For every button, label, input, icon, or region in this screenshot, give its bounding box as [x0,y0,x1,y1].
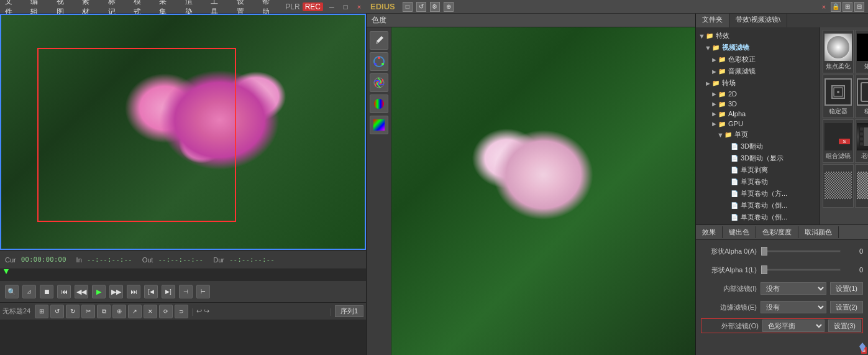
tree-item-3[interactable]: ► 📁 音频滤镜 [696,65,820,77]
edge-filter-label: 边缘滤镜(E) [701,303,757,312]
btn-prev-frame[interactable]: ◀◀ [75,285,88,298]
effect-group-filter[interactable]: S 组合滤镜 [823,119,854,163]
tab-effects-path[interactable]: 带效\视频滤镜\ [729,14,787,27]
effect-old-movie-1[interactable]: 老电影 [855,119,868,163]
tab-cancel-color[interactable]: 取消颜色 [798,226,839,238]
tab-key-color[interactable]: 键出色 [723,226,756,238]
tree-item-8[interactable]: ► 📁 GPU [696,119,820,129]
effect-noise-1[interactable] [823,164,854,208]
tree-item-14[interactable]: ► 📄 单页卷动（方... [696,188,820,200]
file-tree[interactable]: ▼ 📁 特效 ▼ 📁 视频滤镜 ► 📁 色彩校正 [696,27,820,224]
timeline-marker[interactable] [4,269,9,274]
tab-effect[interactable]: 效果 [696,226,723,238]
hue-rotate-tool[interactable] [370,95,388,113]
tree-item-9[interactable]: ▼ 📁 单页 [696,129,820,141]
timecode-bar: Cur 00:00:00:00 In --:--:--:-- Out --:--… [0,250,366,269]
tree-item-6[interactable]: ► 📁 3D [696,99,820,109]
tree-item-15[interactable]: ► 📄 单页卷动（倒... [696,200,820,211]
color-wheel-tool[interactable] [370,52,388,71]
tree-item-13[interactable]: ► 📄 单页卷动 [696,176,820,188]
btn-mark-out[interactable]: ▶] [162,285,175,298]
effect-stabilize2[interactable]: 稳定 [855,75,868,118]
edius-icon-3[interactable]: ⚙ [430,2,440,12]
edius-title: EDIUS [370,2,395,11]
btn-scale[interactable]: ✕ [144,305,157,318]
btn-cut[interactable]: ✂ [81,305,95,318]
btn-rewind-start[interactable]: ⏮ [57,285,71,298]
curves-tool[interactable] [370,73,388,92]
edius-icon-1[interactable]: □ [403,2,413,12]
tree-item-1[interactable]: ▼ 📁 视频滤镜 [696,42,820,53]
tree-item-11[interactable]: ► 📄 3D翻动（显示 [696,152,820,164]
btn-forward-end[interactable]: ⏭ [127,285,140,298]
edius-win-close[interactable]: × [819,2,829,12]
tree-item-10[interactable]: ► 📄 3D翻动 [696,141,820,152]
folder-icon-4: 📁 [712,80,721,86]
effect-stabilizer[interactable]: 稳定器 [823,75,854,118]
edius-icon-lock[interactable]: 🔒 [831,2,841,12]
tree-item-12[interactable]: ► 📄 单页剥离 [696,164,820,176]
outer-filter-select[interactable]: 色彩平衡 [762,320,825,332]
shape-alpha-1-slider[interactable] [761,265,841,275]
shape-alpha-0-thumb[interactable] [761,247,767,256]
btn-overwrite[interactable]: ⊢ [196,285,210,298]
inner-filter-select[interactable]: 没有 [761,282,826,295]
tree-item-7[interactable]: ► 📁 Alpha [696,109,820,119]
btn-add-clip[interactable]: ⊞ [35,305,48,318]
edge-filter-btn[interactable]: 设置(2) [830,301,863,313]
file-icon-11: 📄 [731,155,739,162]
btn-play[interactable]: ▶ [92,285,106,298]
edius-icon-grid2[interactable]: ⊟ [854,2,864,12]
selection-box[interactable] [37,48,236,222]
file-icon-14: 📄 [731,190,739,197]
tree-item-2[interactable]: ► 📁 色彩校正 [696,53,820,65]
outer-filter-btn[interactable]: 设置(3) [828,320,861,332]
window-minimize[interactable]: ─ [327,2,337,12]
tree-item-4[interactable]: ► 📁 转场 [696,77,820,89]
edius-icon-2[interactable]: ↺ [416,2,426,12]
svg-rect-6 [374,99,384,109]
sequence-btn[interactable]: 序列1 [335,305,363,317]
btn-redo[interactable]: ↻ [66,305,80,318]
effect-noise-2[interactable]: S [855,164,868,208]
btn-search[interactable]: 🔍 [5,285,19,298]
tree-item-16[interactable]: ► 📄 单页卷动（倒... [696,211,820,223]
btn-paste[interactable]: ⊕ [112,305,126,318]
tree-label-11: 3D翻动（显示 [741,154,783,163]
tree-item-5[interactable]: ► 📁 2D [696,89,820,99]
tab-color-degree[interactable]: 色彩/度度 [756,226,798,238]
undo-icon: ↩ [196,307,202,315]
btn-mark-in[interactable]: [◀ [144,285,158,298]
in-label: In [76,256,82,264]
eyedropper-tool[interactable] [370,31,388,50]
btn-stop[interactable]: ⏹ [40,285,53,298]
window-maximize[interactable]: □ [340,2,350,12]
tree-arrow-9: ▼ [717,131,723,139]
timeline-bar[interactable] [0,269,366,281]
inner-filter-btn[interactable]: 设置(1) [830,282,863,295]
edius-icon-4[interactable]: ⊕ [444,2,454,12]
effect-soft-focus[interactable]: 焦点柔化 [823,30,854,73]
btn-copy[interactable]: ⧉ [97,305,111,318]
window-close[interactable]: × [354,2,364,12]
svg-point-2 [378,57,380,59]
btn-motion[interactable]: ↗ [128,305,142,318]
btn-rotate[interactable]: ⟳ [159,305,173,318]
cur-label: Cur [5,256,16,264]
tree-item-0[interactable]: ▼ 📁 特效 [696,30,820,42]
shape-alpha-1-thumb[interactable] [761,265,767,274]
btn-undo[interactable]: ↺ [50,305,64,318]
btn-extra[interactable]: ⊃ [175,305,188,318]
shape-alpha-0-track [761,250,841,252]
svg-rect-18 [860,142,863,145]
gradient-map-tool[interactable] [370,116,388,134]
btn-trim[interactable]: ⊿ [22,285,36,298]
tab-file-browser[interactable]: 文件夹 [696,14,729,27]
effect-matrix[interactable]: 矩阵 [855,30,868,73]
edge-filter-select[interactable]: 没有 [761,301,826,313]
btn-insert[interactable]: ⊣ [179,285,193,298]
btn-next-frame[interactable]: ▶▶ [109,285,123,298]
edius-icon-grid[interactable]: ⊞ [843,2,852,12]
shape-alpha-0-slider[interactable] [761,246,841,256]
settings-tabs: 效果 键出色 色彩/度度 取消颜色 [696,225,868,240]
